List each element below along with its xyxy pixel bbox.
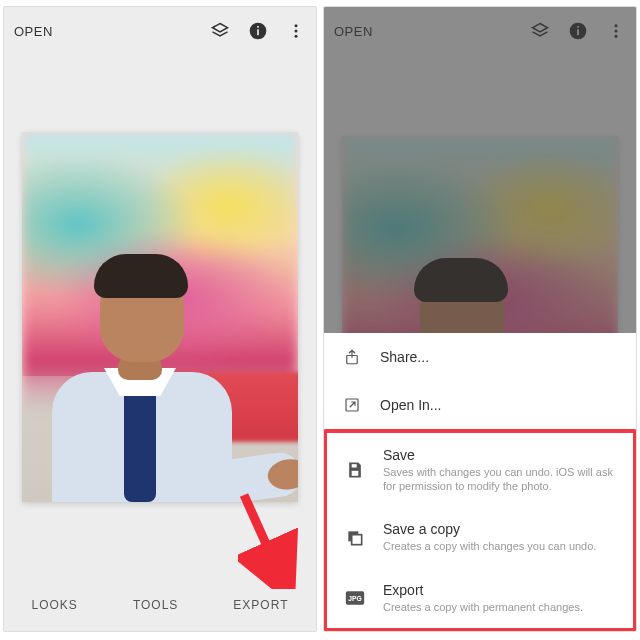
- svg-rect-16: [352, 464, 357, 467]
- editor-screen: OPEN: [3, 6, 317, 632]
- export-sheet: Share... Open In... Save Saves with chan…: [324, 333, 636, 631]
- menu-open-in[interactable]: Open In...: [324, 381, 636, 429]
- menu-save-copy-sub: Creates a copy with changes you can undo…: [383, 539, 615, 553]
- open-in-icon: [342, 395, 362, 415]
- open-button[interactable]: OPEN: [14, 24, 53, 39]
- menu-save[interactable]: Save Saves with changes you can undo. iO…: [327, 433, 633, 508]
- share-icon: [342, 347, 362, 367]
- jpg-icon: JPG: [345, 588, 365, 608]
- layers-icon[interactable]: [210, 21, 230, 41]
- tab-looks[interactable]: LOOKS: [32, 598, 78, 612]
- more-icon[interactable]: [286, 21, 306, 41]
- menu-save-copy[interactable]: Save a copy Creates a copy with changes …: [327, 507, 633, 567]
- svg-point-5: [295, 35, 298, 38]
- top-bar: OPEN: [4, 7, 316, 55]
- tab-tools[interactable]: TOOLS: [133, 598, 178, 612]
- photo-preview: [22, 132, 298, 502]
- svg-point-3: [295, 24, 298, 27]
- annotation-highlight: Save Saves with changes you can undo. iO…: [323, 429, 637, 632]
- svg-rect-18: [352, 534, 362, 544]
- menu-save-copy-title: Save a copy: [383, 521, 615, 537]
- canvas-area[interactable]: [4, 55, 316, 579]
- copy-icon: [345, 528, 365, 548]
- menu-share-label: Share...: [380, 349, 618, 365]
- menu-share[interactable]: Share...: [324, 333, 636, 381]
- menu-save-title: Save: [383, 447, 615, 463]
- editor-screen-export-menu: OPEN: [323, 6, 637, 632]
- svg-rect-1: [257, 29, 259, 35]
- menu-export-title: Export: [383, 582, 615, 598]
- save-icon: [345, 460, 365, 480]
- menu-save-sub: Saves with changes you can undo. iOS wil…: [383, 465, 615, 494]
- svg-rect-15: [352, 471, 359, 476]
- svg-point-4: [295, 30, 298, 33]
- menu-export-sub: Creates a copy with permanent changes.: [383, 600, 615, 614]
- menu-open-in-label: Open In...: [380, 397, 618, 413]
- info-icon[interactable]: [248, 21, 268, 41]
- bottom-tabs: LOOKS TOOLS EXPORT: [4, 579, 316, 631]
- svg-text:JPG: JPG: [348, 595, 361, 602]
- menu-export[interactable]: JPG Export Creates a copy with permanent…: [327, 568, 633, 628]
- tab-export[interactable]: EXPORT: [233, 598, 288, 612]
- svg-rect-2: [257, 26, 259, 28]
